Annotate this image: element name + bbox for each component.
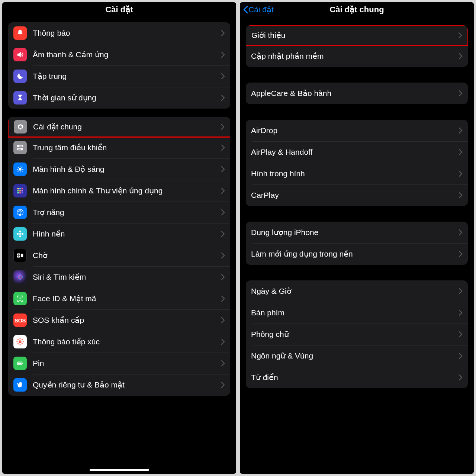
flower-icon [13,227,27,241]
row-general[interactable]: Cài đặt chung [8,117,230,138]
chevron-right-icon [221,73,225,79]
header: Cài đặt [2,2,236,17]
row-label: Giới thiệu [251,31,459,40]
row-notifications[interactable]: Thông báo [8,22,230,44]
chevron-right-icon [221,274,225,280]
hourglass-icon [13,91,27,104]
row-keyboard[interactable]: Bàn phím [246,302,468,324]
svg-rect-12 [19,192,21,194]
row-label: Hình nền [33,229,221,238]
row-software-update[interactable]: Cập nhật phần mềm [246,45,468,67]
row-exposure[interactable]: Thông báo tiếp xúc [8,331,230,353]
chevron-right-icon [221,30,225,36]
row-label: Từ điển [251,373,459,382]
row-language[interactable]: Ngôn ngữ & Vùng [246,345,468,367]
row-label: Âm thanh & Cảm ứng [33,50,221,59]
svg-point-18 [19,235,21,237]
svg-rect-9 [19,190,21,192]
header: Cài đặt Cài đặt chung [240,2,474,17]
row-applecare[interactable]: AppleCare & Bảo hành [246,83,468,104]
svg-point-34 [23,341,23,342]
row-focus[interactable]: Tập trung [8,65,230,87]
row-faceid[interactable]: Face ID & Mật mã [8,288,230,309]
apps-icon [13,184,27,197]
row-airplay[interactable]: AirPlay & Handoff [246,141,468,163]
general-list[interactable]: Giới thiệu Cập nhật phần mềm AppleCare &… [240,17,474,474]
sun-icon [13,163,27,176]
row-label: Thông báo [33,29,221,38]
row-label: Trung tâm điều khiển [33,143,221,152]
row-sounds[interactable]: Âm thanh & Cảm ứng [8,44,230,65]
row-screentime[interactable]: Thời gian sử dụng [8,87,230,109]
row-label: Màn hình & Độ sáng [33,165,221,174]
svg-point-36 [22,340,23,340]
row-display[interactable]: Màn hình & Độ sáng [8,158,230,180]
settings-screen: Cài đặt Thông báo Âm thanh & Cảm ứng [2,2,236,474]
home-indicator[interactable] [90,469,149,471]
chevron-right-icon [459,353,463,359]
row-datetime[interactable]: Ngày & Giờ [246,280,468,302]
svg-point-1 [18,146,19,147]
row-fonts[interactable]: Phông chữ [246,324,468,345]
row-storage[interactable]: Dung lượng iPhone [246,222,468,243]
row-label: Siri & Tìm kiếm [33,273,221,282]
page-title: Cài đặt chung [329,5,384,15]
row-airdrop[interactable]: AirDrop [246,120,468,141]
row-privacy[interactable]: Quyền riêng tư & Bảo mật [8,374,230,396]
row-about[interactable]: Giới thiệu [246,25,468,46]
row-label: Trợ năng [33,208,221,217]
row-carplay[interactable]: CarPlay [246,184,468,206]
row-wallpaper[interactable]: Hình nền [8,223,230,245]
chevron-right-icon [459,149,463,155]
svg-point-27 [19,298,19,298]
svg-point-35 [18,340,19,340]
svg-rect-8 [17,190,19,192]
chevron-left-icon [243,6,248,14]
row-label: AirPlay & Handoff [251,148,459,157]
svg-rect-10 [22,190,23,192]
row-label: Tập trung [33,72,221,81]
row-pip[interactable]: Hình trong hình [246,163,468,184]
row-background-refresh[interactable]: Làm mới ứng dụng trong nền [246,243,468,265]
chevron-right-icon [459,32,462,38]
back-label: Cài đặt [248,5,274,14]
settings-group-1: Thông báo Âm thanh & Cảm ứng Tập trung [8,22,230,109]
svg-point-19 [17,233,19,235]
row-siri[interactable]: Siri & Tìm kiếm [8,266,230,288]
settings-list[interactable]: Thông báo Âm thanh & Cảm ứng Tập trung [2,17,236,474]
chevron-right-icon [459,90,463,96]
svg-rect-40 [18,363,22,364]
chevron-right-icon [459,128,463,134]
row-label: Ngôn ngữ & Vùng [251,351,459,360]
back-button[interactable]: Cài đặt [243,5,274,14]
general-group-1: Giới thiệu Cập nhật phần mềm [246,25,468,67]
gear-icon [14,120,27,134]
chevron-right-icon [459,331,463,337]
svg-point-4 [19,168,21,170]
chevron-right-icon [221,124,225,130]
row-label: AppleCare & Bảo hành [251,89,459,98]
row-homescreen[interactable]: Màn hình chính & Thư viện ứng dụng [8,180,230,202]
row-control-center[interactable]: Trung tâm điều khiển [8,137,230,158]
row-dictionary[interactable]: Từ điển [246,367,468,388]
row-sos[interactable]: SOS SOS khẩn cấp [8,309,230,331]
faceid-icon [13,292,27,305]
chevron-right-icon [459,288,463,294]
row-battery[interactable]: Pin [8,353,230,374]
svg-rect-7 [22,188,23,190]
chevron-right-icon [221,360,225,366]
svg-rect-6 [19,188,21,190]
svg-point-30 [20,341,21,342]
chevron-right-icon [459,53,463,59]
row-label: Làm mới ứng dụng trong nền [251,250,459,258]
svg-point-32 [20,344,20,345]
row-label: Bàn phím [251,308,459,317]
chevron-right-icon [459,229,463,235]
row-label: Face ID & Mật mã [33,294,221,303]
svg-point-33 [17,341,17,342]
accessibility-icon [13,206,27,219]
row-accessibility[interactable]: Trợ năng [8,202,230,223]
svg-rect-11 [17,192,19,194]
row-standby[interactable]: Chờ [8,245,230,266]
chevron-right-icon [221,317,225,323]
